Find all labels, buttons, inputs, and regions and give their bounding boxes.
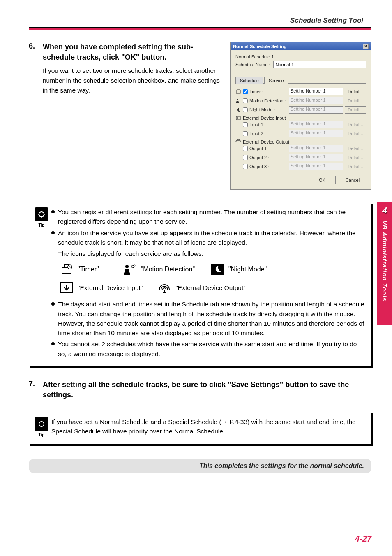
night-label: Night Mode : (249, 107, 287, 112)
section-header: Schedule Setting Tool (29, 16, 371, 25)
svg-rect-0 (236, 90, 240, 93)
tip-label: Tip (32, 222, 51, 228)
output2-select: Setting Number 1 (289, 154, 343, 161)
tab-service[interactable]: Service (264, 77, 288, 84)
step-6-title: When you have completed setting the sub-… (43, 42, 224, 63)
timer-icon-label: "Timer" (78, 264, 99, 274)
output3-select: Setting Number 1 (289, 163, 343, 170)
output1-label: Output 1 : (249, 146, 287, 151)
motion-checkbox[interactable] (243, 98, 248, 103)
night-mode-icon (210, 262, 225, 276)
svg-point-1 (237, 99, 238, 100)
cancel-button[interactable]: Cancel (339, 176, 366, 184)
timer-select[interactable]: Setting Number 1 (289, 88, 343, 95)
timer-service-icon (235, 89, 241, 95)
input2-detail-button: Detail... (345, 130, 366, 137)
night-checkbox[interactable] (243, 107, 248, 112)
timer-icon (59, 262, 74, 276)
output3-detail-button: Detail... (345, 163, 366, 170)
night-select: Setting Number 1 (289, 106, 343, 114)
header-rule (29, 27, 371, 30)
external-device-input-icon (59, 280, 74, 294)
external-device-output-icon (157, 280, 172, 294)
tip1-bullet4: You cannot set 2 schedules which have th… (58, 339, 364, 359)
input1-select: Setting Number 1 (289, 121, 343, 128)
tip-icon (35, 207, 48, 221)
tip1-bullet2: An icon for the service you have set up … (58, 228, 364, 248)
input2-select: Setting Number 1 (289, 130, 343, 137)
schedule-name-label: Schedule Name : (235, 62, 270, 67)
night-detail-button: Detail... (345, 106, 366, 114)
timer-detail-button[interactable]: Detail... (345, 88, 366, 95)
ext-output-group-label: External Device Output (243, 139, 289, 144)
completion-message: This completes the settings for the norm… (29, 459, 371, 473)
motion-detail-button: Detail... (345, 97, 366, 104)
input1-label: Input 1 : (249, 122, 287, 127)
timer-checkbox[interactable] (243, 89, 248, 94)
ext-input-icon-label: "External Device Input" (78, 283, 143, 292)
tip-box-1: Tip You can register different settings … (29, 202, 371, 366)
motion-detection-icon (122, 262, 138, 276)
svg-point-7 (125, 265, 129, 268)
tip-label: Tip (32, 432, 51, 438)
output3-checkbox[interactable] (243, 164, 248, 169)
tip2-text: If you have set a Normal Schedule and a … (51, 418, 356, 435)
input2-checkbox[interactable] (243, 131, 248, 136)
tab-schedule[interactable]: Schedule (235, 77, 263, 84)
tip1-bullet2-sub: The icons displayed for each service are… (58, 249, 364, 258)
tip1-bullet3: The days and start and end times set in … (58, 299, 364, 338)
motion-service-icon (235, 98, 241, 104)
ext-input-service-icon (235, 115, 241, 121)
night-service-icon (235, 107, 241, 113)
ext-output-service-icon (235, 139, 241, 145)
chapter-label: VB Administration Tools (381, 220, 388, 301)
step-6-number: 6. (29, 42, 38, 95)
motion-label: Motion Detection : (249, 98, 287, 103)
input1-checkbox[interactable] (243, 122, 248, 127)
motion-select: Setting Number 1 (289, 97, 343, 104)
ext-output-icon-label: "External Device Output" (175, 283, 245, 292)
step-7-number: 7. (29, 380, 38, 403)
output2-detail-button: Detail... (345, 154, 366, 161)
motion-icon-label: "Motion Detection" (141, 264, 195, 274)
output1-detail-button: Detail... (345, 145, 366, 152)
svg-point-12 (39, 422, 44, 426)
close-icon[interactable]: × (363, 44, 369, 49)
timer-label: Timer : (249, 89, 287, 94)
tip-icon (35, 417, 48, 431)
svg-point-3 (39, 212, 44, 217)
ext-input-group-label: External Device Input (243, 116, 286, 120)
page-number: 4-27 (355, 534, 371, 544)
night-icon-label: "Night Mode" (228, 264, 267, 274)
tip1-bullet1: You can register different settings for … (58, 207, 364, 227)
schedule-header: Normal Schedule 1 (235, 54, 366, 59)
input1-detail-button: Detail... (345, 121, 366, 128)
step-7-title: After setting all the schedule tracks, b… (43, 380, 371, 400)
dialog-title: Normal Schedule Setting (233, 44, 286, 49)
chapter-side-tab: 4 4 VB Administration Tools (377, 202, 392, 325)
output3-label: Output 3 : (249, 164, 287, 169)
output2-checkbox[interactable] (243, 155, 248, 160)
output2-label: Output 2 : (249, 155, 287, 160)
output1-select: Setting Number 1 (289, 145, 343, 152)
chapter-number: 4 (379, 205, 390, 216)
ok-button[interactable]: OK (309, 176, 336, 184)
input2-label: Input 2 : (249, 131, 287, 136)
tip-box-2: Tip If you have set a Normal Schedule an… (29, 412, 371, 444)
normal-schedule-setting-dialog: Normal Schedule Setting × Normal Schedul… (230, 42, 371, 190)
schedule-name-input[interactable] (273, 61, 366, 68)
step-6-desc: If you want to set two or more schedule … (43, 66, 224, 95)
output1-checkbox[interactable] (243, 146, 248, 151)
